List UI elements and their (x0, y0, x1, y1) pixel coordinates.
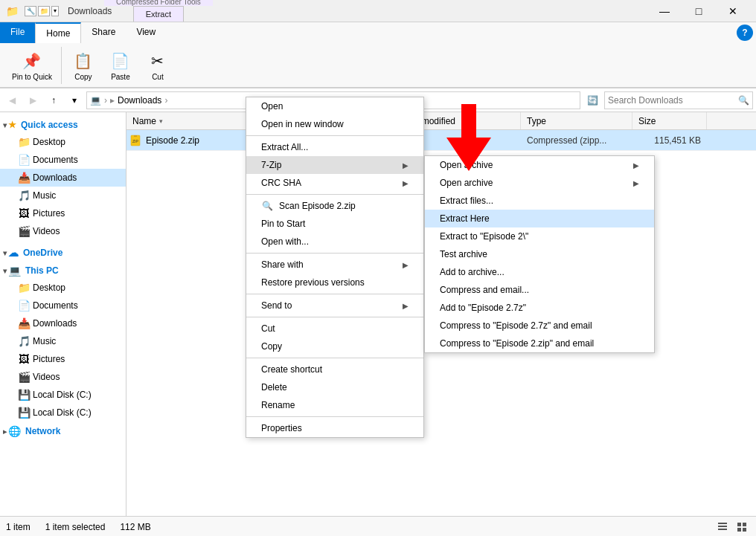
sub-compress-zip-email[interactable]: Compress to "Episode 2.zip" and email (425, 335, 654, 352)
sub-compress-email[interactable]: Compress and email... (425, 281, 654, 299)
ctx-share-with[interactable]: Share with ▶ (246, 256, 423, 274)
sub-open-archive-2[interactable]: Open archive ▶ (425, 174, 654, 192)
large-icons-view-button[interactable] (734, 519, 750, 535)
ribbon-cut-btn[interactable]: ✂ Cut (139, 46, 176, 84)
pc-music-label: Music (33, 336, 56, 346)
sidebar-item-pc-music[interactable]: 🎵 Music (0, 332, 126, 350)
share-arrow: ▶ (403, 261, 409, 269)
sidebar-section-quick-access[interactable]: ▾ ★ Quick access (0, 115, 126, 133)
ctx-pin-start[interactable]: Pin to Start (246, 215, 423, 233)
help-button[interactable]: ? (737, 25, 753, 41)
sidebar-item-pc-pictures[interactable]: 🖼 Pictures (0, 350, 126, 368)
scissors-icon: ✂ (146, 49, 170, 73)
sub-extract-files[interactable]: Extract files... (425, 192, 654, 210)
sidebar-item-desktop[interactable]: 📁 Desktop (0, 133, 126, 151)
ctx-delete[interactable]: Delete (246, 378, 423, 396)
expand-icon-thispc: ▾ (3, 267, 7, 275)
extract-tab[interactable]: Extract (133, 6, 184, 22)
pc-desktop-icon: 📁 (18, 282, 30, 294)
sidebar-item-pc-downloads[interactable]: 📥 Downloads (0, 314, 126, 332)
sidebar-label-music: Music (33, 190, 56, 201)
status-bar: 1 item 1 item selected 112 MB (0, 516, 756, 536)
sidebar-item-local-disk-1[interactable]: 💾 Local Disk (C:) (0, 386, 126, 404)
recent-locations-button[interactable]: ▾ (65, 91, 83, 109)
sub-extract-to[interactable]: Extract to "Episode 2\" (425, 227, 654, 245)
sub-test-archive[interactable]: Test archive (425, 245, 654, 263)
sidebar-item-downloads[interactable]: 📥 Downloads (0, 169, 126, 187)
tab-view[interactable]: View (126, 22, 166, 43)
up-button[interactable]: ↑ (45, 91, 63, 109)
ctx-properties[interactable]: Properties (246, 419, 423, 437)
ctx-7zip[interactable]: 7-Zip ▶ Open archive ▶ Open archive ▶ Ex… (246, 156, 423, 174)
ctx-crc-sha[interactable]: CRC SHA ▶ (246, 174, 423, 192)
cloud-icon: ☁ (8, 247, 19, 259)
ctx-cut[interactable]: Cut (246, 320, 423, 338)
ctx-open-with[interactable]: Open with... (246, 233, 423, 251)
search-box[interactable]: 🔍 (604, 91, 753, 109)
col-size[interactable]: Size (632, 112, 707, 129)
sidebar-section-network[interactable]: ▸ 🌐 Network (0, 422, 126, 439)
sidebar-item-pc-desktop[interactable]: 📁 Desktop (0, 279, 126, 297)
paste-icon: 📄 (109, 49, 132, 73)
close-button[interactable]: ✕ (716, 0, 750, 22)
sidebar-item-local-disk-2[interactable]: 💾 Local Disk (C:) (0, 404, 126, 422)
pc-downloads-label: Downloads (33, 318, 77, 329)
ctx-copy[interactable]: Copy (246, 338, 423, 355)
back-button[interactable]: ◀ (3, 91, 21, 109)
col-type[interactable]: Type (521, 112, 632, 129)
ctx-restore-versions[interactable]: Restore previous versions (246, 274, 423, 291)
pc-desktop-label: Desktop (33, 282, 65, 293)
ribbon-copy-btn[interactable]: 📋 Copy (65, 46, 102, 84)
search-input[interactable] (608, 95, 735, 106)
ribbon-paste-btn[interactable]: 📄 Paste (102, 46, 139, 84)
submenu-arrow: ▶ (403, 161, 409, 169)
sidebar-label-desktop: Desktop (33, 137, 65, 147)
file-size: 115,451 KB (632, 135, 707, 146)
sidebar-item-pictures[interactable]: 🖼 Pictures (0, 204, 126, 222)
ctx-extract-all[interactable]: Extract All... (246, 138, 423, 156)
sub-add-to-archive[interactable]: Add to archive... (425, 263, 654, 281)
sub-extract-here[interactable]: Extract Here (425, 210, 654, 227)
ribbon-tab-group: Compressed Folder Tools Extract (104, 0, 213, 22)
ctx-rename[interactable]: Rename (246, 396, 423, 414)
forward-button[interactable]: ▶ (24, 91, 42, 109)
sub-compress-7z-email[interactable]: Compress to "Episode 2.7z" and email (425, 317, 654, 335)
local-disk-label-2: Local Disk (C:) (33, 407, 92, 418)
sidebar-item-pc-videos[interactable]: 🎬 Videos (0, 368, 126, 386)
dropdown-mini-btn[interactable]: ▾ (51, 6, 59, 16)
maximize-button[interactable]: □ (682, 0, 716, 22)
sidebar-item-videos[interactable]: 🎬 Videos (0, 222, 126, 240)
ctx-open[interactable]: Open (246, 97, 423, 115)
ribbon-pin-btn[interactable]: 📌 Pin to Quick (6, 46, 58, 84)
details-view-button[interactable] (714, 519, 731, 535)
tab-home[interactable]: Home (35, 22, 81, 43)
expand-icon: ▾ (3, 121, 7, 129)
ctx-scan[interactable]: 🔍Scan Episode 2.zip (246, 197, 423, 215)
this-pc-label: This PC (25, 265, 59, 276)
ctx-open-new-window[interactable]: Open in new window (246, 115, 423, 133)
sidebar-item-documents[interactable]: 📄 Documents (0, 151, 126, 169)
path-label: Downloads (118, 95, 161, 106)
svg-rect-9 (743, 528, 746, 532)
sidebar-item-pc-documents[interactable]: 📄 Documents (0, 297, 126, 314)
sidebar-item-music[interactable]: 🎵 Music (0, 187, 126, 204)
tab-share[interactable]: Share (81, 22, 126, 43)
minimize-button[interactable]: — (647, 0, 682, 22)
sidebar-section-this-pc[interactable]: ▾ 💻 This PC (0, 261, 126, 279)
new-folder-mini-btn[interactable]: 📁 (38, 6, 50, 16)
ribbon-divider-1 (61, 47, 62, 84)
network-label: Network (25, 426, 60, 436)
sub-open-archive-1[interactable]: Open archive ▶ (425, 156, 654, 174)
network-icon: 🌐 (8, 425, 21, 437)
ctx-create-shortcut[interactable]: Create shortcut (246, 361, 423, 378)
ctx-send-to[interactable]: Send to ▶ (246, 297, 423, 314)
sub-add-7z[interactable]: Add to "Episode 2.7z" (425, 299, 654, 317)
tab-file[interactable]: File (0, 22, 35, 43)
sidebar-section-onedrive[interactable]: ▾ ☁ OneDrive (0, 243, 126, 261)
refresh-button[interactable]: 🔄 (583, 91, 601, 109)
sidebar-label-documents: Documents (33, 155, 78, 165)
properties-mini-btn[interactable]: 🔧 (25, 6, 36, 16)
sub-arrow-2: ▶ (633, 179, 639, 187)
table-row[interactable]: ZIP Episode 2.zip Compressed (zipp... 11… (126, 130, 756, 151)
pc-videos-label: Videos (33, 372, 60, 382)
